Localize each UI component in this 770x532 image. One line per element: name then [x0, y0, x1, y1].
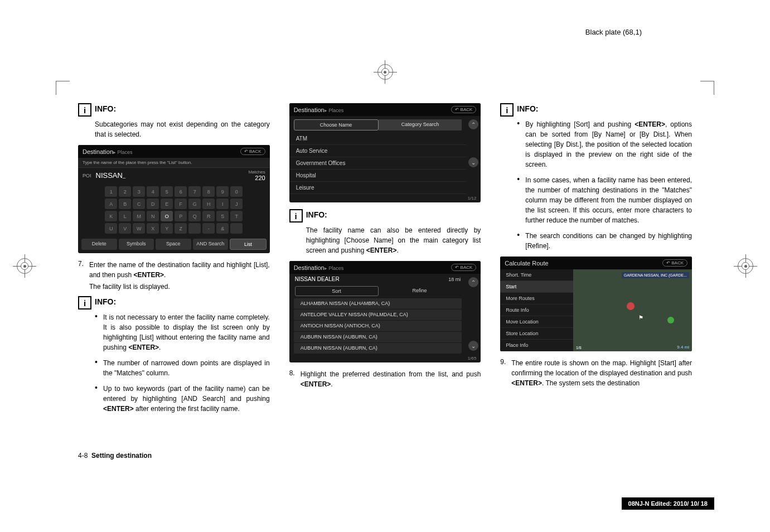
plate-header: Black plate (68,1): [585, 28, 642, 36]
step-end: . The system sets the destination: [542, 379, 640, 387]
crop-mark-right: [738, 258, 753, 274]
info-box-1: i INFO:: [78, 103, 270, 117]
kb-delete: Delete: [81, 239, 117, 250]
ss-title: Destination: [294, 264, 325, 271]
bullet-end: .: [159, 344, 161, 351]
menu-route-info: Route Info: [500, 304, 573, 316]
enter-key: <ENTER>: [103, 405, 134, 413]
enter-key: <ENTER>: [635, 120, 665, 128]
step-num: 7.: [78, 260, 89, 292]
bullet-icon: •: [95, 384, 103, 414]
menu-start: Start: [500, 281, 573, 293]
result-item: ANTIOCH NISSAN (ANTIOCH, CA): [294, 321, 462, 331]
map-distance: 9.4 mi: [677, 345, 689, 350]
column-1: i INFO: Subcategories may not exist depe…: [78, 103, 270, 419]
menu-short-time: Short. Time: [500, 269, 573, 281]
result-name: NISSAN DEALER: [295, 276, 340, 282]
tab-choose-name: Choose Name: [294, 119, 379, 130]
crop-mark-left: [17, 258, 32, 274]
back-button: ↶ BACK: [451, 264, 476, 271]
step-num: 9.: [500, 358, 511, 388]
info-label: INFO:: [95, 297, 116, 306]
map-marker-icon: [667, 317, 674, 323]
bullet-end: after entering the first facility name.: [134, 405, 240, 413]
result-item: AUBURN NISSAN (AUBURN, CA): [294, 343, 462, 354]
info-icon: i: [500, 103, 514, 117]
enter-key: <ENTER>: [128, 344, 159, 351]
step-7: 7. Enter the name of the destination fac…: [78, 260, 270, 292]
scroll-up-icon: ⌃: [468, 277, 478, 287]
bullet-text: The number of narrowed down points are d…: [103, 358, 270, 378]
bullet-text: In some cases, when a facility name has …: [525, 175, 692, 225]
info-text-1: Subcategories may not exist depending on…: [95, 119, 270, 139]
menu-more-routes: More Routes: [500, 293, 573, 304]
bullet-icon: •: [95, 312, 103, 352]
result-item: ANTELOPE VALLEY NISSAN (PALMDALE, CA): [294, 309, 462, 320]
cat-item: ATM: [289, 133, 467, 145]
corner-mark-tl: [56, 81, 70, 95]
step-9: 9. The entire route is shown on the map.…: [500, 358, 692, 388]
step-text: The entire route is shown on the map. Hi…: [511, 359, 692, 377]
matches-label: Matches: [248, 170, 265, 175]
info-label: INFO:: [306, 210, 327, 219]
map-label: GARDENA NISSAN, INC (GARDE...: [622, 272, 689, 278]
kb-and-search: AND Search: [193, 239, 229, 250]
back-button: ↶ BACK: [240, 148, 265, 155]
page-number: 4-8: [78, 452, 88, 460]
sort-button: Sort: [295, 286, 379, 296]
info-icon: i: [78, 296, 91, 309]
scroll-down-icon: ⌄: [468, 341, 478, 351]
screenshot-categories: Destination▸ Places ↶ BACK Choose Name C…: [289, 103, 481, 202]
page-indicator: 1/12: [289, 194, 481, 202]
scroll-down-icon: ⌄: [468, 157, 478, 167]
result-item: AUBURN NISSAN (AUBURN, CA): [294, 332, 462, 342]
step-text-2: The facility list is displayed.: [89, 282, 270, 292]
menu-store-location: Store Location: [500, 328, 573, 340]
bullet-icon: •: [95, 358, 103, 378]
poi-label: POI: [83, 173, 91, 178]
info-label: INFO:: [517, 104, 538, 113]
ss-instruction: Type the name of the place then press th…: [78, 158, 270, 168]
ss-title: Destination: [294, 107, 325, 113]
screenshot-results: Destination▸ Places ↶ BACK NISSAN DEALER…: [289, 261, 481, 362]
result-dist: 18 mi: [448, 277, 461, 282]
crop-mark-top: [377, 64, 393, 80]
bullet-icon: •: [517, 119, 525, 170]
step-end: .: [331, 380, 332, 388]
info-box-4: i INFO:: [500, 103, 692, 117]
cat-item: Hospital: [289, 170, 467, 182]
enter-key: <ENTER>: [133, 271, 164, 279]
info-icon: i: [78, 103, 91, 117]
step-text: Highlight the preferred destination from…: [301, 370, 481, 378]
edited-stamp: 08NJ-N Edited: 2010/ 10/ 18: [622, 497, 714, 510]
screenshot-calculate-route: Calculate Route ↶ BACK Short. Time Start…: [500, 257, 692, 351]
bullet-text: By highlighting [Sort] and pushing: [525, 120, 635, 128]
cat-item: Leisure: [289, 182, 467, 194]
info-label: INFO:: [95, 104, 116, 113]
enter-key: <ENTER>: [366, 246, 397, 254]
kb-symbols: Symbols: [119, 239, 154, 250]
screenshot-keyboard: Destination▸ Places ↶ BACK Type the name…: [78, 145, 270, 253]
map-scale: 1/8: [576, 346, 582, 350]
column-2: Destination▸ Places ↶ BACK Choose Name C…: [289, 103, 481, 419]
calc-menu: Short. Time Start More Routes Route Info…: [500, 269, 573, 351]
info-text-3: The facility name can also be entered di…: [306, 225, 481, 255]
enter-key: <ENTER>: [301, 380, 331, 388]
bullet-icon: •: [517, 175, 525, 225]
bullet-text: The search conditions can be changed by …: [525, 231, 692, 251]
menu-place-info: Place Info: [500, 340, 573, 351]
scroll-up-icon: ⌃: [468, 119, 478, 129]
matches-count: 220: [248, 175, 265, 181]
cat-item: Government Offices: [289, 157, 467, 170]
corner-mark-tr: [700, 81, 714, 95]
ss-subtitle: ▸ Places: [113, 149, 133, 155]
column-3: i INFO: •By highlighting [Sort] and push…: [500, 103, 692, 419]
step-num: 8.: [289, 369, 301, 389]
step-end: .: [164, 271, 166, 279]
step-text: Enter the name of the destination facili…: [89, 261, 270, 279]
bullet-list-1: •It is not necessary to enter the facili…: [95, 312, 270, 414]
back-button: ↶ BACK: [662, 259, 687, 267]
refine-button: Refine: [379, 286, 461, 296]
cursor: _: [123, 173, 125, 178]
menu-move-location: Move Location: [500, 316, 573, 328]
